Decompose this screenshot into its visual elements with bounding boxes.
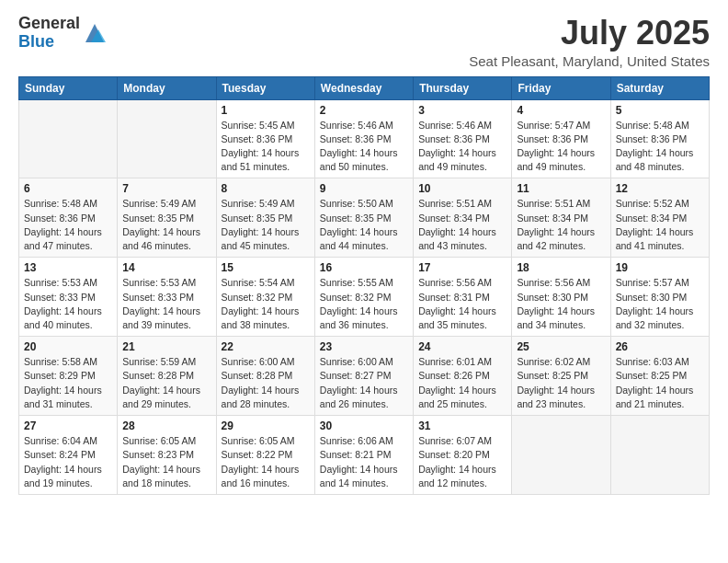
main-title: July 2025 bbox=[469, 15, 710, 52]
day-number: 25 bbox=[517, 340, 605, 353]
weekday-header: Tuesday bbox=[216, 76, 314, 99]
calendar-cell: 4Sunrise: 5:47 AM Sunset: 8:36 PM Daylig… bbox=[512, 99, 610, 178]
day-number: 30 bbox=[320, 419, 408, 432]
day-info: Sunrise: 6:00 AM Sunset: 8:28 PM Dayligh… bbox=[222, 355, 310, 411]
calendar-cell: 26Sunrise: 6:03 AM Sunset: 8:25 PM Dayli… bbox=[610, 337, 709, 416]
day-info: Sunrise: 5:57 AM Sunset: 8:30 PM Dayligh… bbox=[616, 276, 704, 332]
calendar-cell: 3Sunrise: 5:46 AM Sunset: 8:36 PM Daylig… bbox=[414, 99, 512, 178]
calendar-cell: 7Sunrise: 5:49 AM Sunset: 8:35 PM Daylig… bbox=[118, 178, 216, 258]
calendar-cell: 1Sunrise: 5:45 AM Sunset: 8:36 PM Daylig… bbox=[216, 99, 314, 178]
calendar-cell bbox=[118, 99, 216, 178]
logo-general-text: General bbox=[18, 15, 80, 33]
calendar-header-row: SundayMondayTuesdayWednesdayThursdayFrid… bbox=[19, 76, 710, 99]
calendar-week-row: 27Sunrise: 6:04 AM Sunset: 8:24 PM Dayli… bbox=[19, 416, 710, 495]
day-info: Sunrise: 5:53 AM Sunset: 8:33 PM Dayligh… bbox=[24, 276, 112, 332]
day-info: Sunrise: 5:53 AM Sunset: 8:33 PM Dayligh… bbox=[122, 276, 210, 332]
day-number: 3 bbox=[418, 104, 506, 117]
day-number: 21 bbox=[122, 340, 210, 353]
calendar-cell: 20Sunrise: 5:58 AM Sunset: 8:29 PM Dayli… bbox=[19, 337, 118, 416]
day-info: Sunrise: 5:45 AM Sunset: 8:36 PM Dayligh… bbox=[222, 119, 310, 175]
calendar-cell: 25Sunrise: 6:02 AM Sunset: 8:25 PM Dayli… bbox=[512, 337, 610, 416]
calendar-week-row: 6Sunrise: 5:48 AM Sunset: 8:36 PM Daylig… bbox=[19, 178, 710, 258]
day-info: Sunrise: 5:52 AM Sunset: 8:34 PM Dayligh… bbox=[616, 197, 704, 253]
day-number: 13 bbox=[24, 261, 112, 274]
day-info: Sunrise: 5:54 AM Sunset: 8:32 PM Dayligh… bbox=[222, 276, 310, 332]
day-number: 26 bbox=[616, 340, 704, 353]
calendar-cell bbox=[19, 99, 118, 178]
day-info: Sunrise: 5:51 AM Sunset: 8:34 PM Dayligh… bbox=[418, 197, 506, 253]
calendar-week-row: 20Sunrise: 5:58 AM Sunset: 8:29 PM Dayli… bbox=[19, 337, 710, 416]
subtitle: Seat Pleasant, Maryland, United States bbox=[469, 53, 710, 69]
calendar-cell: 9Sunrise: 5:50 AM Sunset: 8:35 PM Daylig… bbox=[314, 178, 413, 258]
calendar-cell: 8Sunrise: 5:49 AM Sunset: 8:35 PM Daylig… bbox=[216, 178, 314, 258]
day-number: 17 bbox=[418, 261, 506, 274]
calendar-cell: 23Sunrise: 6:00 AM Sunset: 8:27 PM Dayli… bbox=[314, 337, 413, 416]
day-info: Sunrise: 5:48 AM Sunset: 8:36 PM Dayligh… bbox=[24, 197, 112, 253]
calendar-cell: 11Sunrise: 5:51 AM Sunset: 8:34 PM Dayli… bbox=[512, 178, 610, 258]
day-number: 31 bbox=[418, 419, 506, 432]
day-info: Sunrise: 6:05 AM Sunset: 8:22 PM Dayligh… bbox=[222, 434, 310, 490]
day-info: Sunrise: 5:51 AM Sunset: 8:34 PM Dayligh… bbox=[517, 197, 605, 253]
weekday-header: Monday bbox=[118, 76, 216, 99]
day-info: Sunrise: 5:49 AM Sunset: 8:35 PM Dayligh… bbox=[222, 197, 310, 253]
day-info: Sunrise: 5:59 AM Sunset: 8:28 PM Dayligh… bbox=[122, 355, 210, 411]
calendar-cell: 31Sunrise: 6:07 AM Sunset: 8:20 PM Dayli… bbox=[414, 416, 512, 495]
day-number: 28 bbox=[122, 419, 210, 432]
weekday-header: Sunday bbox=[19, 76, 118, 99]
calendar-cell: 10Sunrise: 5:51 AM Sunset: 8:34 PM Dayli… bbox=[414, 178, 512, 258]
day-number: 4 bbox=[517, 104, 605, 117]
day-number: 5 bbox=[616, 104, 704, 117]
calendar-cell: 16Sunrise: 5:55 AM Sunset: 8:32 PM Dayli… bbox=[314, 258, 413, 337]
weekday-header: Friday bbox=[512, 76, 610, 99]
calendar-cell: 19Sunrise: 5:57 AM Sunset: 8:30 PM Dayli… bbox=[610, 258, 709, 337]
day-info: Sunrise: 5:50 AM Sunset: 8:35 PM Dayligh… bbox=[320, 197, 408, 253]
day-number: 23 bbox=[320, 340, 408, 353]
title-block: July 2025 Seat Pleasant, Maryland, Unite… bbox=[469, 15, 710, 69]
day-number: 7 bbox=[122, 182, 210, 195]
day-number: 11 bbox=[517, 182, 605, 195]
calendar-week-row: 1Sunrise: 5:45 AM Sunset: 8:36 PM Daylig… bbox=[19, 99, 710, 178]
calendar-cell: 30Sunrise: 6:06 AM Sunset: 8:21 PM Dayli… bbox=[314, 416, 413, 495]
day-number: 6 bbox=[24, 182, 112, 195]
day-number: 29 bbox=[222, 419, 310, 432]
day-info: Sunrise: 6:01 AM Sunset: 8:26 PM Dayligh… bbox=[418, 355, 506, 411]
day-info: Sunrise: 5:49 AM Sunset: 8:35 PM Dayligh… bbox=[122, 197, 210, 253]
calendar-cell: 12Sunrise: 5:52 AM Sunset: 8:34 PM Dayli… bbox=[610, 178, 709, 258]
day-info: Sunrise: 5:55 AM Sunset: 8:32 PM Dayligh… bbox=[320, 276, 408, 332]
calendar-cell: 27Sunrise: 6:04 AM Sunset: 8:24 PM Dayli… bbox=[19, 416, 118, 495]
calendar-cell: 6Sunrise: 5:48 AM Sunset: 8:36 PM Daylig… bbox=[19, 178, 118, 258]
day-number: 14 bbox=[122, 261, 210, 274]
calendar-cell: 14Sunrise: 5:53 AM Sunset: 8:33 PM Dayli… bbox=[118, 258, 216, 337]
page: General Blue July 2025 Seat Pleasant, Ma… bbox=[0, 0, 728, 563]
day-info: Sunrise: 6:03 AM Sunset: 8:25 PM Dayligh… bbox=[616, 355, 704, 411]
header: General Blue July 2025 Seat Pleasant, Ma… bbox=[18, 15, 710, 69]
day-number: 9 bbox=[320, 182, 408, 195]
day-info: Sunrise: 5:58 AM Sunset: 8:29 PM Dayligh… bbox=[24, 355, 112, 411]
calendar-cell: 5Sunrise: 5:48 AM Sunset: 8:36 PM Daylig… bbox=[610, 99, 709, 178]
day-info: Sunrise: 5:56 AM Sunset: 8:31 PM Dayligh… bbox=[418, 276, 506, 332]
day-info: Sunrise: 5:47 AM Sunset: 8:36 PM Dayligh… bbox=[517, 119, 605, 175]
day-info: Sunrise: 5:46 AM Sunset: 8:36 PM Dayligh… bbox=[320, 119, 408, 175]
calendar-cell: 2Sunrise: 5:46 AM Sunset: 8:36 PM Daylig… bbox=[314, 99, 413, 178]
calendar-table: SundayMondayTuesdayWednesdayThursdayFrid… bbox=[18, 76, 710, 495]
calendar-cell bbox=[512, 416, 610, 495]
calendar-cell: 24Sunrise: 6:01 AM Sunset: 8:26 PM Dayli… bbox=[414, 337, 512, 416]
logo: General Blue bbox=[18, 15, 108, 52]
day-info: Sunrise: 6:07 AM Sunset: 8:20 PM Dayligh… bbox=[418, 434, 506, 490]
logo-icon bbox=[82, 20, 108, 46]
day-number: 8 bbox=[222, 182, 310, 195]
logo-blue-text: Blue bbox=[18, 33, 80, 52]
day-number: 19 bbox=[616, 261, 704, 274]
day-number: 15 bbox=[222, 261, 310, 274]
day-number: 27 bbox=[24, 419, 112, 432]
day-number: 18 bbox=[517, 261, 605, 274]
day-number: 2 bbox=[320, 104, 408, 117]
day-number: 16 bbox=[320, 261, 408, 274]
day-info: Sunrise: 5:46 AM Sunset: 8:36 PM Dayligh… bbox=[418, 119, 506, 175]
calendar-cell bbox=[610, 416, 709, 495]
day-number: 24 bbox=[418, 340, 506, 353]
day-info: Sunrise: 6:05 AM Sunset: 8:23 PM Dayligh… bbox=[122, 434, 210, 490]
calendar-cell: 15Sunrise: 5:54 AM Sunset: 8:32 PM Dayli… bbox=[216, 258, 314, 337]
day-info: Sunrise: 6:00 AM Sunset: 8:27 PM Dayligh… bbox=[320, 355, 408, 411]
calendar-week-row: 13Sunrise: 5:53 AM Sunset: 8:33 PM Dayli… bbox=[19, 258, 710, 337]
